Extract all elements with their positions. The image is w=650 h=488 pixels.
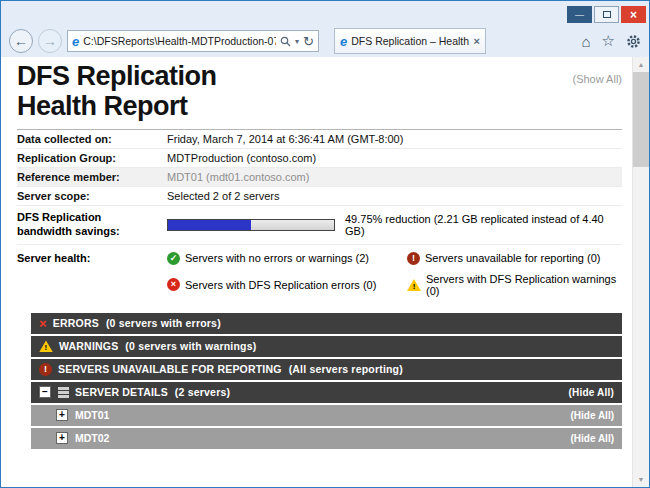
server-name: MDT01: [75, 409, 109, 421]
address-text[interactable]: C:\DFSReports\Health-MDTProduction-07M: [83, 35, 276, 47]
health-item-text: Servers with DFS Replication errors (0): [185, 279, 376, 291]
field-label: Reference member:: [17, 171, 167, 183]
bandwidth-progress-bar: [167, 219, 335, 231]
page-content: DFS Replication Health Report (Show All)…: [1, 57, 649, 487]
page-title-line2: Health Report: [17, 91, 217, 121]
page-title: DFS Replication Health Report: [17, 61, 217, 121]
server-health-label: Server health:: [17, 252, 167, 297]
page-title-line1: DFS Replication: [17, 61, 217, 91]
section-detail: (2 servers): [175, 386, 230, 398]
red-error-icon: ×: [167, 278, 180, 291]
field-label: Server scope:: [17, 190, 167, 202]
field-replication-group: Replication Group: MDTProduction (contos…: [17, 149, 622, 168]
green-check-icon: ✓: [167, 252, 180, 265]
scrollbar-thumb[interactable]: [633, 72, 650, 167]
section-detail: (0 servers with errors): [106, 317, 221, 329]
address-dropdown-icon[interactable]: ▾: [295, 37, 299, 46]
server-row-mdt02[interactable]: + MDT02 (Hide All): [31, 428, 622, 449]
back-button[interactable]: ←: [9, 29, 33, 53]
tab-title: DFS Replication – Health Re...: [351, 35, 469, 47]
scroll-up-icon[interactable]: ▲: [638, 57, 645, 72]
server-row-mdt01[interactable]: + MDT01 (Hide All): [31, 405, 622, 426]
section-title: WARNINGS: [59, 340, 118, 352]
scroll-down-icon[interactable]: ▼: [638, 472, 645, 487]
red-x-icon: ×: [39, 317, 47, 330]
tab-close-icon[interactable]: ×: [474, 35, 480, 47]
expand-toggle[interactable]: +: [56, 432, 68, 444]
server-icon: [58, 387, 69, 398]
bandwidth-text: 49.75% reduction (2.21 GB replicated ins…: [345, 213, 622, 237]
report-header: DFS Replication Health Report (Show All): [17, 61, 622, 121]
field-server-scope: Server scope: Selected 2 of 2 servers: [17, 187, 622, 206]
server-health-row: Server health: ✓ Servers with no errors …: [17, 245, 622, 301]
address-bar[interactable]: e C:\DFSReports\Health-MDTProduction-07M…: [67, 30, 319, 52]
bandwidth-label: DFS Replication bandwidth savings:: [17, 211, 167, 239]
field-value: Friday, March 7, 2014 at 6:36:41 AM (GMT…: [167, 133, 403, 145]
field-data-collected: Data collected on: Friday, March 7, 2014…: [17, 130, 622, 149]
ie-icon: e: [72, 34, 79, 49]
section-title: SERVER DETAILS: [75, 386, 168, 398]
warning-triangle-icon: !: [407, 279, 421, 291]
field-reference-member: Reference member: MDT01 (mdt01.contoso.c…: [17, 168, 622, 187]
field-label: Data collected on:: [17, 133, 167, 145]
server-name: MDT02: [75, 432, 109, 444]
warning-triangle-icon: !: [39, 340, 53, 352]
bandwidth-fill: [168, 220, 251, 230]
section-detail: (0 servers with warnings): [125, 340, 256, 352]
expand-toggle[interactable]: +: [56, 409, 68, 421]
section-unavailable[interactable]: ! SERVERS UNAVAILABLE FOR REPORTING (All…: [31, 359, 622, 380]
title-bar: — ×: [1, 1, 649, 25]
section-detail: (All servers reporting): [289, 363, 403, 375]
minimize-button[interactable]: —: [567, 6, 592, 23]
field-label: Replication Group:: [17, 152, 167, 164]
health-item-text: Servers with no errors or warnings (2): [185, 252, 369, 264]
favorites-star-icon[interactable]: ☆: [602, 32, 615, 50]
report-sections: × ERRORS (0 servers with errors) ! WARNI…: [31, 313, 622, 449]
hide-all-link[interactable]: (Hide All): [570, 433, 614, 444]
home-icon[interactable]: ⌂: [581, 33, 590, 50]
field-value: MDTProduction (contoso.com): [167, 152, 316, 164]
health-item-text: Servers with DFS Replication warnings (0…: [426, 273, 622, 297]
field-value: Selected 2 of 2 servers: [167, 190, 280, 202]
unavailable-icon: !: [407, 252, 420, 265]
browser-window: — × ← → e C:\DFSReports\Health-MDTProduc…: [0, 0, 650, 488]
health-item-errors: × Servers with DFS Replication errors (0…: [167, 273, 407, 297]
hide-all-link[interactable]: (Hide All): [568, 387, 614, 398]
server-health-grid: ✓ Servers with no errors or warnings (2)…: [167, 252, 622, 297]
browser-actions: ⌂ ☆: [581, 32, 641, 50]
vertical-scrollbar[interactable]: ▲ ▼: [632, 57, 649, 487]
health-item-no-errors: ✓ Servers with no errors or warnings (2): [167, 252, 407, 265]
show-all-link[interactable]: (Show All): [572, 61, 622, 85]
unavailable-icon: !: [39, 363, 52, 376]
health-item-unavailable: ! Servers unavailable for reporting (0): [407, 252, 622, 265]
section-server-details[interactable]: − SERVER DETAILS (2 servers) (Hide All): [31, 382, 622, 403]
forward-button[interactable]: →: [38, 29, 62, 53]
search-icon[interactable]: [280, 36, 291, 47]
refresh-icon[interactable]: ↻: [303, 34, 314, 49]
section-title: ERRORS: [53, 317, 99, 329]
collapse-toggle[interactable]: −: [39, 386, 51, 398]
hide-all-link[interactable]: (Hide All): [570, 410, 614, 421]
navigation-bar: ← → e C:\DFSReports\Health-MDTProduction…: [1, 25, 649, 57]
maximize-button[interactable]: [594, 6, 619, 23]
section-warnings[interactable]: ! WARNINGS (0 servers with warnings): [31, 336, 622, 357]
close-button[interactable]: ×: [621, 6, 646, 23]
settings-gear-icon[interactable]: [626, 34, 641, 49]
section-title: SERVERS UNAVAILABLE FOR REPORTING: [58, 363, 282, 375]
section-errors[interactable]: × ERRORS (0 servers with errors): [31, 313, 622, 334]
tab-page-icon: e: [340, 34, 347, 49]
health-report-page: DFS Replication Health Report (Show All)…: [1, 57, 632, 487]
health-item-warnings: ! Servers with DFS Replication warnings …: [407, 273, 622, 297]
bandwidth-savings-row: DFS Replication bandwidth savings: 49.75…: [17, 206, 622, 245]
tab-dfs-health-report[interactable]: e DFS Replication – Health Re... ×: [334, 28, 486, 54]
maximize-icon: [603, 11, 611, 18]
field-value: MDT01 (mdt01.contoso.com): [167, 171, 309, 183]
health-item-text: Servers unavailable for reporting (0): [425, 252, 600, 264]
